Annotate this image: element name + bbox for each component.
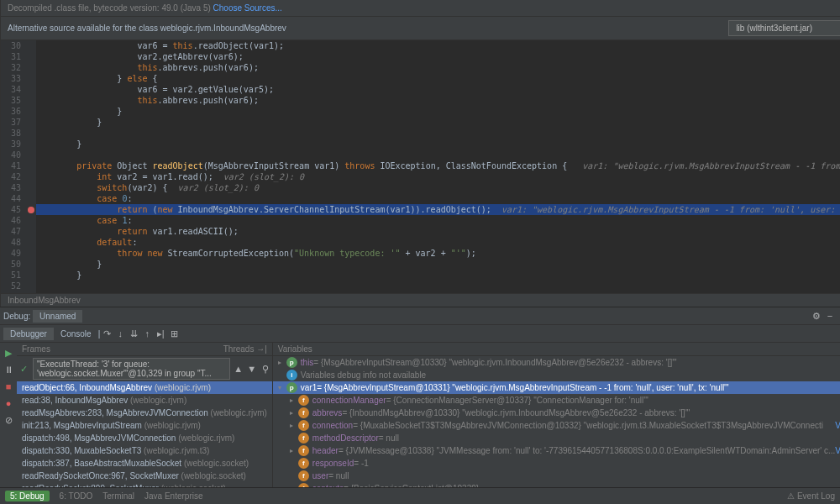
debug-settings-icon[interactable]: ⚙ <box>810 309 823 323</box>
status-debug[interactable]: 5: Debug <box>5 491 50 501</box>
evaluate-icon[interactable]: ⊞ <box>167 327 181 340</box>
status-eventlog[interactable]: ⚠ Event Log <box>787 491 835 501</box>
threads-expand-icon[interactable]: →| <box>254 344 266 354</box>
var-item[interactable]: fmethodDescriptor = null <box>273 432 840 444</box>
vars-label: Variables <box>278 344 312 354</box>
frames-panel: Frames Threads →| ✓ "ExecuteThread: '3' … <box>17 343 273 487</box>
frame-item[interactable]: readReadySocket:899, SocketMuxer (weblog… <box>17 482 272 487</box>
choose-sources-link[interactable]: Choose Sources... <box>213 3 282 13</box>
variables-panel: Variables ▸pthis = {MsgAbbrevInputStream… <box>273 343 840 487</box>
lib-select[interactable]: lib (wlthint3client.jar) <box>728 20 840 36</box>
var-item[interactable]: ▸fcontexts = {BasicServiceContextList@10… <box>273 482 840 487</box>
frames-label: Frames <box>22 344 50 354</box>
var-field-icon: f <box>298 407 309 418</box>
var-field-icon: f <box>298 395 309 406</box>
var-item[interactable]: ▸fheader = {JVMMessage@10338} "JVMMessag… <box>273 444 840 457</box>
mute-icon[interactable]: ⊘ <box>2 413 15 427</box>
threads-label: Threads <box>223 344 255 354</box>
frame-item[interactable]: dispatch:498, MsgAbbrevJVMConnection (we… <box>17 432 272 444</box>
status-todo[interactable]: 6: TODO <box>60 491 93 501</box>
frame-item[interactable]: readReadySocketOnce:967, SocketMuxer (we… <box>17 470 272 482</box>
frame-item[interactable]: read:38, InboundMsgAbbrev (weblogic.rjvm… <box>17 394 272 407</box>
var-field-icon: f <box>298 433 309 444</box>
var-item[interactable]: ▸fconnectionManager = {ConnectionManager… <box>273 394 840 407</box>
info-icon: i <box>286 370 297 381</box>
step-out-icon[interactable]: ↑ <box>140 327 154 340</box>
var-item[interactable]: ▸fconnection = {MuxableSocketT3$T3MsgAbb… <box>273 419 840 432</box>
frame-item[interactable]: readObject:66, InboundMsgAbbrev (weblogi… <box>17 381 272 394</box>
frame-item[interactable]: init:213, MsgAbbrevInputStream (weblogic… <box>17 419 272 432</box>
status-terminal[interactable]: Terminal <box>102 491 134 501</box>
debug-config-tab[interactable]: Unnamed <box>33 310 82 323</box>
var-item[interactable]: ▸fabbrevs = {InboundMsgAbbrev@10330} "we… <box>273 407 840 419</box>
decompiled-banner: Decompiled .class file, bytecode version… <box>1 0 840 17</box>
var-field-icon: p <box>286 382 297 393</box>
thread-check-icon: ✓ <box>17 364 31 375</box>
force-step-icon[interactable]: ⇊ <box>127 327 140 340</box>
thread-next-icon[interactable]: ▼ <box>245 362 259 375</box>
status-javaee[interactable]: Java Enterprise <box>144 491 202 501</box>
breakpoints-icon[interactable]: ● <box>2 396 15 410</box>
var-field-icon: f <box>298 458 309 469</box>
editor: Decompiled .class file, bytecode version… <box>1 0 840 307</box>
var-field-icon: f <box>298 470 309 481</box>
code-content[interactable]: var6 = this.readObject(var1); var2.getAb… <box>36 40 840 293</box>
var-item[interactable]: ▾pvar1 = {MsgAbbrevInputStream@10331} "w… <box>273 381 840 394</box>
run-to-cursor-icon[interactable]: ▸| <box>154 327 167 340</box>
var-field-icon: p <box>286 357 297 368</box>
thread-prev-icon[interactable]: ▲ <box>232 362 245 375</box>
var-field-icon: f <box>298 483 309 487</box>
view-link[interactable]: View <box>835 446 840 455</box>
line-gutter[interactable]: 30 31 32 33 34 35 36 37 38 39 40 41 42 4… <box>1 40 26 293</box>
var-item[interactable]: fuser = null <box>273 470 840 482</box>
thread-filter-icon[interactable]: ⚲ <box>259 362 272 375</box>
step-over-icon[interactable]: ↷ <box>100 327 113 340</box>
debug-left-toolbar: ▶ ⏸ ■ ● ⊘ <box>0 343 17 487</box>
var-item[interactable]: i Variables debug info not available <box>273 369 840 381</box>
debug-minimize-icon[interactable]: − <box>823 309 837 323</box>
thread-selector[interactable]: "ExecuteThread: '3' for queue: 'weblogic… <box>33 358 230 380</box>
var-item[interactable]: fresponseId = -1 <box>273 457 840 470</box>
variables-list[interactable]: ▸pthis = {MsgAbbrevInputStream@10330} "w… <box>273 356 840 487</box>
pause-icon[interactable]: ⏸ <box>2 363 15 376</box>
view-link[interactable]: View <box>835 421 840 430</box>
frames-list[interactable]: readObject:66, InboundMsgAbbrev (weblogi… <box>17 381 272 487</box>
status-bar: 5: Debug 6: TODO Terminal Java Enterpris… <box>0 487 840 504</box>
debug-panel: Debug: Unnamed ⚙ − Debugger Console | ↷ … <box>0 307 840 487</box>
stop-icon[interactable]: ■ <box>2 380 15 393</box>
alt-source-banner: Alternative source available for the cla… <box>1 17 840 40</box>
breakpoint-gutter[interactable] <box>26 40 36 293</box>
frame-item[interactable]: dispatch:387, BaseAbstractMuxableSocket … <box>17 457 272 470</box>
var-field-icon: f <box>298 420 309 431</box>
var-item[interactable]: ▸pthis = {MsgAbbrevInputStream@10330} "w… <box>273 356 840 369</box>
debugger-tab[interactable]: Debugger <box>3 328 54 340</box>
frame-item[interactable]: readMsgAbbrevs:283, MsgAbbrevJVMConnecti… <box>17 407 272 419</box>
frame-item[interactable]: dispatch:330, MuxableSocketT3 (weblogic.… <box>17 444 272 457</box>
breadcrumb[interactable]: InboundMsgAbbrev <box>1 293 840 307</box>
var-field-icon: f <box>298 445 309 456</box>
breakpoint-icon[interactable] <box>28 207 34 213</box>
debug-title: Debug: <box>3 312 30 321</box>
console-tab[interactable]: Console <box>54 328 98 340</box>
step-into-icon[interactable]: ↓ <box>113 327 127 340</box>
resume-icon[interactable]: ▶ <box>2 346 15 360</box>
